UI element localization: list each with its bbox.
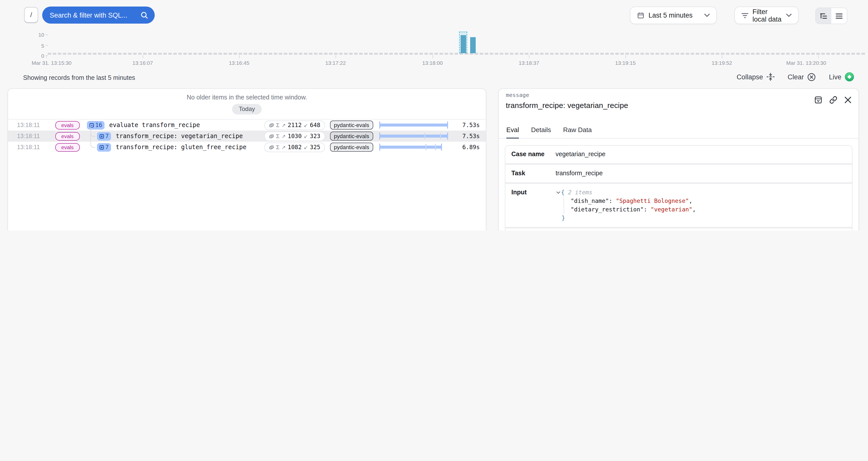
evals-tag[interactable]: evals (55, 143, 80, 151)
x-tick-mark (336, 55, 336, 58)
duration-text: 6.89s (448, 144, 486, 151)
collapse-span-badge[interactable]: 16 (87, 121, 105, 129)
x-axis-label: 13:19:52 (712, 60, 732, 66)
trace-list-panel: No older items in the selected time wind… (7, 88, 486, 230)
tab-raw-data[interactable]: Raw Data (563, 126, 592, 138)
span-name: evaluate transform_recipe (109, 122, 260, 128)
case-name-value: vegetarian_recipe (556, 150, 606, 159)
span-name: transform_recipe: gluten_free_recipe (116, 144, 260, 151)
y-tick-mark (46, 45, 48, 46)
child-count: 7 (105, 132, 109, 140)
filter-local-data-button[interactable]: Filter local data (734, 6, 799, 24)
evals-tag[interactable]: evals (55, 121, 80, 129)
close-icon[interactable] (844, 96, 851, 103)
x-axis-label: Mar 31. 13:15:30 (32, 60, 71, 66)
json-key: "dish_name": (570, 197, 612, 205)
chevron-down-icon (704, 13, 710, 17)
x-axis-label: 13:16:07 (132, 60, 153, 66)
live-indicator-icon (845, 72, 854, 81)
input-tokens-count: 2112 (288, 122, 302, 128)
case-name-label: Case name (512, 150, 556, 159)
sigma-icon: Σ (276, 144, 280, 150)
tree-connector (90, 125, 95, 148)
clear-button[interactable]: Clear (787, 72, 816, 81)
tree-view-button[interactable] (816, 8, 831, 24)
output-tokens-count: 323 (310, 132, 320, 140)
list-view-icon (835, 12, 843, 19)
x-tick-mark (46, 55, 47, 58)
copy-link-icon[interactable] (829, 96, 837, 104)
tab-details[interactable]: Details (531, 126, 551, 138)
tab-eval[interactable]: Eval (506, 126, 519, 139)
input-tokens-count: 1030 (288, 132, 302, 140)
tokens-coin-icon (269, 122, 274, 128)
detail-header-actions (814, 96, 851, 104)
y-axis-tick-5: 5 (20, 42, 44, 49)
x-tick-mark (625, 55, 626, 58)
tree-indent (80, 142, 97, 153)
time-range-button[interactable]: Last 5 minutes (630, 6, 717, 24)
duration-text: 7.53s (448, 122, 486, 128)
trace-timestamp: 13:18:11 (17, 133, 42, 139)
x-tick-mark (239, 55, 240, 58)
x-axis-label: 13:18:37 (519, 60, 539, 66)
output-tokens-arrow-icon: ↙ (304, 133, 308, 139)
input-json-viewer: { 2 items "dish_name": "Spaghetti Bologn… (556, 188, 846, 222)
trace-timestamp: 13:18:11 (17, 144, 42, 150)
trace-timestamp: 13:18:11 (17, 122, 42, 128)
input-tokens-arrow-icon: ↗ (282, 122, 286, 128)
duration-bar (379, 122, 448, 128)
tree-indent (80, 120, 87, 130)
output-row: Output { 2 items "ingredients": [...] 12… (505, 227, 852, 230)
trace-row-gluten-free-recipe[interactable]: 13:18:11 evals 7 transform_recipe: glute… (8, 142, 486, 153)
token-usage-pill: Σ ↗ 1030 ↙ 323 (264, 131, 325, 141)
x-tick-mark (722, 55, 722, 58)
live-label: Live (829, 73, 841, 81)
histogram-bar[interactable] (461, 35, 466, 53)
json-entry: "dietary_restriction": "vegetarian", (570, 205, 846, 214)
y-axis-tick-10: 10 (20, 32, 44, 38)
app-window: / Search & filter with SQL... Last 5 min… (0, 0, 868, 230)
tree-view-icon (820, 12, 827, 19)
x-tick-mark (529, 55, 529, 58)
no-older-items-notice: No older items in the selected time wind… (8, 94, 486, 101)
dock-panel-icon[interactable] (814, 96, 822, 104)
status-actions: Collapse Clear Live (737, 72, 854, 81)
detail-header: message transform_recipe: vegetarian_rec… (499, 89, 859, 110)
eval-detail-table: Case name vegetarian_recipe Task transfo… (505, 145, 852, 230)
input-tokens-arrow-icon: ↗ (282, 144, 286, 150)
clear-label: Clear (787, 73, 804, 81)
filter-icon (741, 12, 748, 19)
output-tokens-arrow-icon: ↙ (304, 144, 308, 150)
input-label: Input (512, 188, 556, 197)
scope-tag: pydantic-evals (330, 131, 373, 141)
trace-row-vegetarian-recipe[interactable]: 13:18:11 evals 7 transform_recipe: veget… (8, 130, 486, 142)
live-toggle[interactable]: Live (829, 72, 854, 81)
trace-row-evaluate-transform-recipe[interactable]: 13:18:11 evals 16 evaluate transform_rec… (8, 120, 486, 130)
showing-records-text: Showing records from the last 5 minutes (23, 74, 135, 81)
calendar-icon (637, 11, 645, 19)
plus-square-icon (99, 145, 104, 149)
slash-shortcut-label: / (30, 11, 32, 19)
input-row: Input { 2 items "dish_name": "Spaghetti … (505, 182, 852, 227)
search-input[interactable]: Search & filter with SQL... (42, 6, 155, 24)
expand-span-badge[interactable]: 7 (97, 132, 111, 141)
json-string-value: "Spaghetti Bolognese" (616, 197, 689, 205)
token-usage-pill: Σ ↗ 1082 ↙ 325 (264, 142, 325, 152)
tokens-coin-icon (269, 133, 274, 139)
json-entry: "dish_name": "Spaghetti Bolognese", (570, 197, 846, 205)
search-icon (141, 11, 148, 19)
histogram-bar[interactable] (470, 37, 476, 53)
sigma-icon: Σ (276, 122, 280, 128)
duration-bar (379, 144, 448, 151)
x-tick-mark (818, 55, 819, 58)
evals-tag[interactable]: evals (55, 132, 80, 141)
x-axis-label: 13:18:00 (422, 60, 443, 66)
chevron-down-icon[interactable] (556, 190, 561, 195)
case-name-row: Case name vegetarian_recipe (505, 146, 852, 163)
trace-rows: 13:18:11 evals 16 evaluate transform_rec… (8, 119, 486, 153)
collapse-button[interactable]: Collapse (737, 73, 775, 81)
expand-span-badge[interactable]: 7 (97, 143, 111, 151)
list-view-button[interactable] (831, 8, 847, 24)
filter-label: Filter local data (752, 8, 782, 23)
